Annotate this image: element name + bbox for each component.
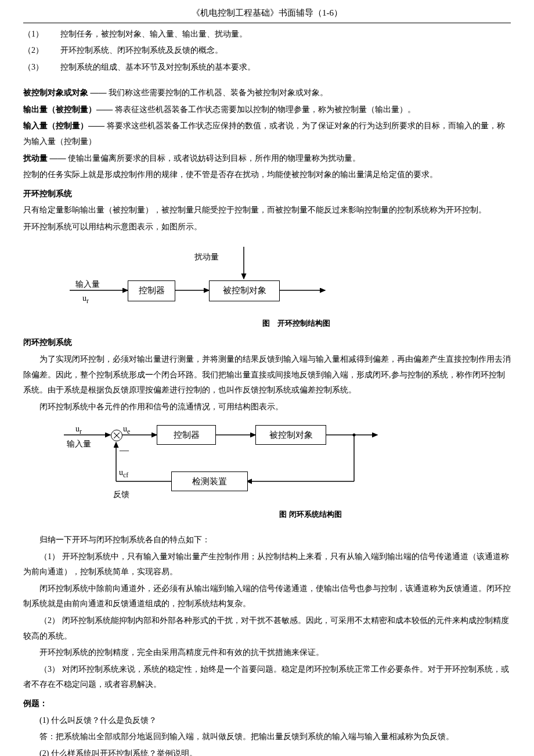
minus-sign: — [120, 441, 129, 459]
definition: 输出量（被控制量）—— 将表征这些机器装备工作状态需要加以控制的物理参量，称为被… [23, 102, 511, 118]
figure-caption-1: 图 开环控制结构图 [81, 316, 511, 331]
doc-header: 《机电控制工程基础》书面辅导（1-6） [23, 5, 511, 23]
answer: 答：把系统输出全部或部分地返回到输入端，就叫做反馈。把输出量反馈到系统的输入端与… [23, 729, 511, 745]
list-text: 开环控制系统、闭环控制系统及反馈的概念。 [60, 46, 223, 55]
term: 扰动量 —— [23, 154, 68, 163]
question: (2) 什么样系统叫开环控制系统？举例说明。 [23, 746, 511, 756]
list-item: （3） 控制系统的组成、基本环节及对控制系统的基本要求。 [23, 60, 511, 75]
paragraph: 闭环控制系统中除前向通道外，还必须有从输出端到输入端的信号传递通道，使输出信号也… [23, 581, 511, 612]
term: 被控制对象或对象 —— [23, 88, 109, 97]
definition: 被控制对象或对象 —— 我们称这些需要控制的工作机器、装备为被控制对象或对象。 [23, 85, 511, 101]
paragraph: 开环控制系统可以用结构示意图表示，如图所示。 [23, 219, 511, 235]
figure-caption-2: 图 闭环系统结构图 [110, 507, 511, 522]
paragraph: 为了实现闭环控制，必须对输出量进行测量，并将测量的结果反馈到输入端与输入量相减得… [23, 352, 511, 398]
paragraph: 控制的任务实际上就是形成控制作用的规律，使不管是否存在扰动，均能使被控制对象的输… [23, 167, 511, 183]
disturbance-label: 扰动量 [194, 250, 219, 265]
definition: 扰动量 —— 使输出量偏离所要求的目标，或者说妨碍达到目标，所作用的物理量称为扰… [23, 151, 511, 167]
plant-box: 被控制对象 [209, 280, 280, 301]
term-text: 将表征这些机器装备工作状态需要加以控制的物理参量，称为被控制量（输出量）。 [115, 105, 416, 114]
paragraph: 归纳一下开环与闭环控制系统各自的特点如下： [23, 532, 511, 548]
paragraph: 开环控制系统的控制精度，完全由采用高精度元件和有效的抗干扰措施来保证。 [23, 645, 511, 661]
feedback-label: 反馈 [113, 487, 129, 503]
term-text: 我们称这些需要控制的工作机器、装备为被控制对象或对象。 [109, 88, 328, 97]
page-body: 《机电控制工程基础》书面辅导（1-6） （1） 控制任务，被控制对象、输入量、输… [0, 0, 534, 756]
input-label: 输入量 [75, 277, 100, 293]
controller-box: 控制器 [128, 280, 175, 301]
ucf-symbol: ucf [119, 465, 128, 482]
paragraph: （3） 对闭环控制系统来说，系统的稳定性，始终是一个首要问题。稳定是闭环控制系统… [23, 662, 511, 693]
paragraph: 只有给定量影响输出量（被控制量），被控制量只能受控于控制量，而被控制量不能反过来… [23, 203, 511, 218]
list-text: 控制系统的组成、基本环节及对控制系统的基本要求。 [60, 63, 255, 71]
term: 输入量（控制量）—— [23, 121, 107, 130]
list-num: （1） [23, 27, 58, 42]
plant-box: 被控制对象 [255, 425, 326, 445]
sensor-box: 检测装置 [171, 471, 248, 491]
section-heading-examples: 例题： [23, 696, 511, 712]
section-heading-open-loop: 开环控制系统 [23, 186, 511, 202]
controller-box: 控制器 [157, 425, 216, 445]
definition: 输入量（控制量）—— 将要求这些机器装备工作状态应保持的数值，或者说，为了保证对… [23, 118, 511, 149]
list-item: （2） 开环控制系统、闭环控制系统及反馈的概念。 [23, 43, 511, 59]
section-heading-closed-loop: 闭环控制系统 [23, 335, 511, 351]
list-item: （1） 控制任务，被控制对象、输入量、输出量、扰动量。 [23, 27, 511, 42]
paragraph: 闭环控制系统中各元件的作用和信号的流通情况，可用结构图表示。 [23, 399, 511, 415]
closed-input-label: 输入量 [67, 437, 91, 452]
paragraph: （2） 闭环控制系统能抑制内部和外部各种形式的干扰，对干扰不甚敏感。因此，可采用… [23, 613, 511, 644]
term-text: 使输出量偏离所要求的目标，或者说妨碍达到目标，所作用的物理量称为扰动量。 [68, 154, 360, 163]
list-num: （3） [23, 60, 58, 75]
term: 输出量（被控制量）—— [23, 105, 115, 114]
ur-symbol: ur [75, 422, 82, 438]
svg-point-12 [353, 434, 356, 437]
closed-loop-diagram: ur 输入量 ue — 控制器 被控制对象 检测装置 ucf 反馈 [58, 420, 383, 502]
open-loop-diagram: 扰动量 输入量 ur 控制器 被控制对象 [70, 241, 337, 311]
numbered-list: （1） 控制任务，被控制对象、输入量、输出量、扰动量。 （2） 开环控制系统、闭… [23, 27, 511, 75]
ue-symbol: ue [123, 422, 130, 438]
list-text: 控制任务，被控制对象、输入量、输出量、扰动量。 [60, 30, 247, 38]
ur-symbol: ur [82, 291, 89, 308]
question: (1) 什么叫反馈？什么是负反馈？ [23, 713, 511, 729]
paragraph: （1） 开环控制系统中，只有输入量对输出量产生控制作用；从控制结构上来看，只有从… [23, 549, 511, 580]
list-num: （2） [23, 43, 58, 59]
